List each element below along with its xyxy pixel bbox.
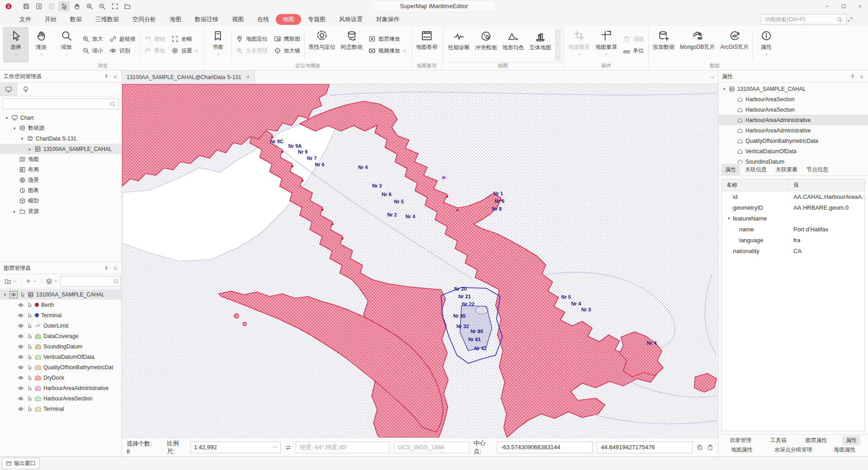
dock-tab-工具箱[interactable]: 工具箱 [767, 436, 790, 445]
ribbon-tab-地图[interactable]: 地图 [276, 14, 301, 25]
close-button[interactable] [852, 0, 868, 12]
ribbon-button-link[interactable]: 超链接 [109, 35, 136, 43]
ribbon-button-eye[interactable]: 识别 [109, 47, 136, 55]
property-row[interactable]: geometryIDAA.HRBARE.geom.0 [722, 202, 864, 213]
crs-field[interactable] [394, 442, 470, 453]
layer-item[interactable]: QualityOfNonBathymetricDat [0, 362, 122, 372]
layer-selectable-toggle[interactable] [27, 343, 33, 350]
feature-item[interactable]: SoundingDatum [718, 156, 868, 164]
workspace-tree-item[interactable]: ▾Chart [0, 113, 122, 123]
close-tab-icon[interactable]: ✕ [246, 74, 250, 80]
tree-expander[interactable]: ▾ [726, 216, 731, 221]
workspace-tree-tab[interactable] [0, 83, 17, 96]
property-row[interactable]: nationalityCA [722, 245, 864, 256]
layer-visibility-toggle[interactable] [17, 333, 25, 340]
layer-visibility-toggle[interactable] [17, 385, 25, 392]
ribbon-tab-文件[interactable]: 文件 [13, 14, 38, 25]
ribbon-button-extent[interactable]: 全幅 [171, 35, 199, 43]
swap-coordinates-icon[interactable] [285, 443, 292, 451]
ribbon-button-pin[interactable]: 地图定位 [236, 35, 268, 43]
new-layer-group-button[interactable] [3, 277, 19, 286]
layer-visibility-toggle[interactable] [17, 343, 25, 350]
dock-tab-属性[interactable]: 属性 [842, 436, 860, 445]
layer-selectable-toggle[interactable] [27, 385, 33, 391]
property-row[interactable]: namePort d’Halifax [722, 224, 864, 235]
ribbon-button-arcgis[interactable]: ArcGIS瓦片 [717, 27, 751, 62]
workspace-tree-item[interactable]: 图表 [0, 185, 122, 196]
tree-expander[interactable]: ▸ [12, 209, 17, 214]
ribbon-tab-专题图[interactable]: 专题图 [301, 14, 332, 25]
ribbon-tab-开始[interactable]: 开始 [38, 14, 63, 25]
qa-zoomin-button[interactable] [84, 1, 95, 11]
qa-pagenext-button[interactable] [46, 1, 57, 11]
layer-selectable-toggle[interactable] [27, 302, 33, 308]
dock-tab-目录管理[interactable]: 目录管理 [726, 436, 755, 445]
feature-item[interactable]: VerticalDatumOfData [718, 146, 868, 156]
layer-visibility-toggle[interactable] [17, 374, 25, 381]
qa-folder-button[interactable] [122, 1, 133, 11]
dock-tab-图层属性[interactable]: 图层属性 [802, 436, 830, 445]
function-search-input[interactable] [761, 14, 847, 24]
layer-visibility-toggle[interactable] [17, 312, 25, 319]
ribbon-button-locatering[interactable]: 查找与定位 [306, 27, 338, 62]
property-tab-节点信息[interactable]: 节点信息 [802, 164, 832, 175]
ribbon-button-trash[interactable]: 清除 [623, 35, 644, 43]
ribbon-button-zoomout[interactable]: 缩小 [82, 47, 103, 55]
tree-expander[interactable]: ▾ [5, 116, 9, 120]
add-layer-button[interactable] [24, 277, 39, 286]
ribbon-button-terrain[interactable]: 地形匀色 [500, 28, 527, 62]
layer-item[interactable]: Terminal [0, 404, 122, 414]
paste-icon[interactable] [707, 444, 713, 451]
feature-item[interactable]: ▾13100AA_SAMPLE_CAHAL [718, 84, 868, 94]
close-icon[interactable] [113, 265, 118, 271]
ribbon-button-clip[interactable]: 地图裁剪 [566, 27, 593, 62]
scene-view-tab[interactable] [17, 83, 34, 96]
ribbon-tab-风格设置[interactable]: 风格设置 [332, 14, 369, 25]
workspace-search-input[interactable] [3, 99, 119, 109]
workspace-tree-item[interactable]: 场景 [0, 175, 122, 185]
property-row[interactable]: idAA.CAHAL.HarbourAreaA... [722, 191, 864, 202]
feature-item[interactable]: HarbourAreaAdministrative [718, 125, 868, 136]
ribbon-button-undo[interactable]: 撤销 [144, 35, 165, 43]
layer-visibility-toggle[interactable] [17, 322, 25, 329]
workspace-tree-item[interactable]: ▸13100AA_SAMPLE_CAHAL [0, 144, 122, 154]
ribbon-tab-视图[interactable]: 视图 [225, 14, 250, 25]
layer-item[interactable]: OuterLimit [0, 320, 122, 331]
ribbon-button-hand[interactable]: 漫游 [28, 27, 54, 62]
ribbon-button-info[interactable]: 属性 [754, 27, 779, 62]
map-document-tab[interactable]: 13100AA_SAMPLE_CAHAL@ChartData S-131 ✕ [122, 70, 255, 84]
layer-selectable-toggle[interactable] [20, 291, 25, 298]
pin-icon[interactable] [104, 265, 109, 271]
ribbon-button-curtain[interactable]: 地图卷帘 [413, 27, 440, 62]
dock-tab-地图属性[interactable]: 地图属性 [727, 445, 756, 455]
property-tab-属性[interactable]: 属性 [721, 164, 740, 175]
layer-selectable-toggle[interactable] [27, 323, 33, 329]
mouse-coordinate-field[interactable] [296, 442, 390, 453]
ribbon-button-magnifier[interactable]: 缩放 [54, 27, 79, 62]
ribbon-tab-对象操作[interactable]: 对象操作 [369, 14, 406, 25]
property-row[interactable]: ▾featureName [722, 213, 864, 224]
ribbon-tab-数据迁移[interactable]: 数据迁移 [188, 14, 225, 25]
qa-pageprev-button[interactable] [33, 1, 44, 11]
layer-search-input[interactable] [61, 276, 121, 287]
close-icon[interactable] [859, 73, 864, 80]
workspace-tree-item[interactable]: 地图 [0, 154, 122, 164]
workspace-tree-item[interactable]: ▾数据源 [0, 123, 122, 133]
qa-logo-button[interactable] [3, 1, 14, 11]
layer-item[interactable]: DryDock [0, 372, 122, 383]
ribbon-group-scrollbar[interactable] [555, 29, 561, 61]
layer-item[interactable]: HarbourAreaSection [0, 393, 122, 404]
qa-zoomout-button[interactable] [96, 1, 108, 11]
ribbon-button-pointer[interactable]: 选择 [3, 27, 28, 62]
feature-item[interactable]: HarbourAreaAdministrative [718, 115, 868, 125]
maximize-button[interactable] [835, 0, 852, 12]
layer-selectable-toggle[interactable] [27, 375, 33, 381]
pin-icon[interactable] [850, 73, 855, 80]
ribbon-button-stereo[interactable]: 立体地图 [527, 28, 554, 62]
workspace-tree-item[interactable]: 模型 [0, 196, 122, 206]
layer-selectable-toggle[interactable] [27, 364, 33, 371]
center-y-field[interactable] [597, 442, 693, 453]
pin-icon[interactable] [104, 73, 109, 80]
tree-expander[interactable]: ▾ [3, 292, 7, 297]
ribbon-tab-在线[interactable]: 在线 [250, 14, 276, 25]
